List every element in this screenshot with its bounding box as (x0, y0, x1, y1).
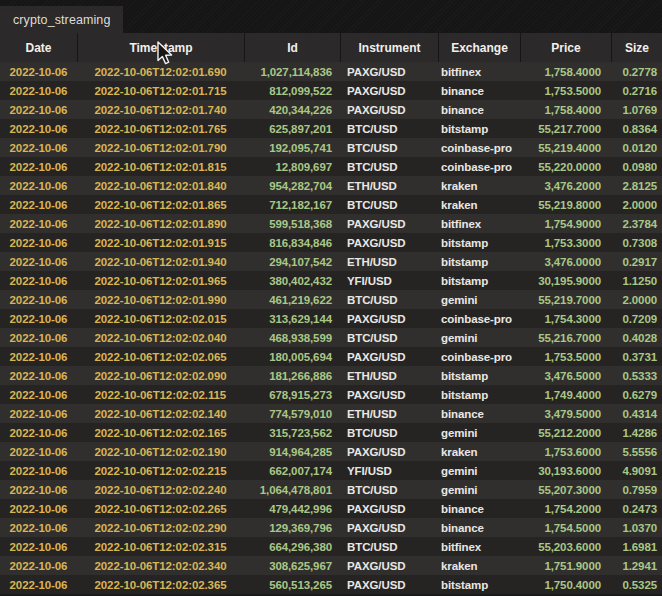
table-row[interactable]: 2022-10-062022-10-06T12:02:01.81512,809,… (0, 157, 662, 176)
table-body: 2022-10-062022-10-06T12:02:01.6901,027,1… (0, 62, 662, 594)
cell-size: 2.8125 (611, 176, 662, 195)
table-row[interactable]: 2022-10-062022-10-06T12:02:01.6901,027,1… (0, 62, 662, 81)
column-header-id[interactable]: Id (244, 33, 340, 62)
crypto-streaming-window: crypto_streaming Date Timestamp Id Instr… (0, 0, 662, 596)
cell-id: 180,005,694 (244, 347, 340, 366)
cell-timestamp: 2022-10-06T12:02:01.815 (77, 157, 244, 176)
cell-id: 662,007,174 (244, 461, 340, 480)
cell-exchange: bitstamp (438, 252, 520, 271)
table-row[interactable]: 2022-10-062022-10-06T12:02:02.2401,064,4… (0, 480, 662, 499)
table-row[interactable]: 2022-10-062022-10-06T12:02:01.765625,897… (0, 119, 662, 138)
cell-date: 2022-10-06 (0, 252, 77, 271)
table-row[interactable]: 2022-10-062022-10-06T12:02:02.365560,513… (0, 575, 662, 594)
table-header-row: Date Timestamp Id Instrument Exchange Pr… (0, 33, 662, 62)
cell-exchange: binance (438, 100, 520, 119)
table-row[interactable]: 2022-10-062022-10-06T12:02:02.340308,625… (0, 556, 662, 575)
cell-instrument: YFI/USD (340, 271, 438, 290)
cell-price: 55,219.8000 (520, 195, 611, 214)
cell-timestamp: 2022-10-06T12:02:01.765 (77, 119, 244, 138)
cell-date: 2022-10-06 (0, 271, 77, 290)
table-row[interactable]: 2022-10-062022-10-06T12:02:01.890599,518… (0, 214, 662, 233)
cell-size: 0.8364 (611, 119, 662, 138)
table-row[interactable]: 2022-10-062022-10-06T12:02:01.790192,095… (0, 138, 662, 157)
cell-id: 380,402,432 (244, 271, 340, 290)
cell-date: 2022-10-06 (0, 480, 77, 499)
column-header-timestamp[interactable]: Timestamp (77, 33, 244, 62)
table-row[interactable]: 2022-10-062022-10-06T12:02:02.040468,938… (0, 328, 662, 347)
table-row[interactable]: 2022-10-062022-10-06T12:02:01.965380,402… (0, 271, 662, 290)
cell-timestamp: 2022-10-06T12:02:01.865 (77, 195, 244, 214)
cell-date: 2022-10-06 (0, 214, 77, 233)
cell-date: 2022-10-06 (0, 328, 77, 347)
table-row[interactable]: 2022-10-062022-10-06T12:02:02.290129,369… (0, 518, 662, 537)
table-row[interactable]: 2022-10-062022-10-06T12:02:01.865712,182… (0, 195, 662, 214)
table-row[interactable]: 2022-10-062022-10-06T12:02:02.115678,915… (0, 385, 662, 404)
column-header-size[interactable]: Size (611, 33, 662, 62)
cell-timestamp: 2022-10-06T12:02:02.065 (77, 347, 244, 366)
column-header-date[interactable]: Date (0, 33, 77, 62)
table-row[interactable]: 2022-10-062022-10-06T12:02:01.715812,099… (0, 81, 662, 100)
cell-size: 0.0980 (611, 157, 662, 176)
cell-date: 2022-10-06 (0, 157, 77, 176)
cell-exchange: coinbase-pro (438, 157, 520, 176)
cell-price: 55,220.0000 (520, 157, 611, 176)
cell-timestamp: 2022-10-06T12:02:01.790 (77, 138, 244, 157)
cell-id: 560,513,265 (244, 575, 340, 594)
table-row[interactable]: 2022-10-062022-10-06T12:02:02.165315,723… (0, 423, 662, 442)
cell-timestamp: 2022-10-06T12:02:02.015 (77, 309, 244, 328)
cell-date: 2022-10-06 (0, 309, 77, 328)
cell-date: 2022-10-06 (0, 518, 77, 537)
cell-instrument: PAXG/USD (340, 81, 438, 100)
cell-id: 129,369,796 (244, 518, 340, 537)
column-header-exchange[interactable]: Exchange (438, 33, 520, 62)
table-row[interactable]: 2022-10-062022-10-06T12:02:02.015313,629… (0, 309, 662, 328)
table-row[interactable]: 2022-10-062022-10-06T12:02:02.315664,296… (0, 537, 662, 556)
table-row[interactable]: 2022-10-062022-10-06T12:02:01.915816,834… (0, 233, 662, 252)
table-row[interactable]: 2022-10-062022-10-06T12:02:02.140774,579… (0, 404, 662, 423)
cell-exchange: bitstamp (438, 233, 520, 252)
cell-price: 55,217.7000 (520, 119, 611, 138)
table-row[interactable]: 2022-10-062022-10-06T12:02:01.740420,344… (0, 100, 662, 119)
table-row[interactable]: 2022-10-062022-10-06T12:02:01.840954,282… (0, 176, 662, 195)
cell-instrument: ETH/USD (340, 252, 438, 271)
cell-id: 914,964,285 (244, 442, 340, 461)
column-header-price[interactable]: Price (520, 33, 611, 62)
data-table: Date Timestamp Id Instrument Exchange Pr… (0, 33, 662, 594)
cell-size: 1.2941 (611, 556, 662, 575)
tab-crypto-streaming[interactable]: crypto_streaming (0, 6, 123, 33)
table-row[interactable]: 2022-10-062022-10-06T12:02:02.065180,005… (0, 347, 662, 366)
cell-timestamp: 2022-10-06T12:02:02.090 (77, 366, 244, 385)
cell-size: 0.2778 (611, 62, 662, 81)
cell-exchange: gemini (438, 480, 520, 499)
table-row[interactable]: 2022-10-062022-10-06T12:02:01.940294,107… (0, 252, 662, 271)
cell-date: 2022-10-06 (0, 138, 77, 157)
cell-instrument: ETH/USD (340, 404, 438, 423)
cell-date: 2022-10-06 (0, 366, 77, 385)
cell-timestamp: 2022-10-06T12:02:01.940 (77, 252, 244, 271)
cell-date: 2022-10-06 (0, 347, 77, 366)
cell-date: 2022-10-06 (0, 176, 77, 195)
cell-instrument: BTC/USD (340, 290, 438, 309)
cell-date: 2022-10-06 (0, 404, 77, 423)
cell-date: 2022-10-06 (0, 81, 77, 100)
cell-id: 774,579,010 (244, 404, 340, 423)
table-row[interactable]: 2022-10-062022-10-06T12:02:02.090181,266… (0, 366, 662, 385)
cell-exchange: binance (438, 404, 520, 423)
table-row[interactable]: 2022-10-062022-10-06T12:02:02.215662,007… (0, 461, 662, 480)
cell-date: 2022-10-06 (0, 100, 77, 119)
cell-price: 1,758.4000 (520, 100, 611, 119)
cell-timestamp: 2022-10-06T12:02:02.265 (77, 499, 244, 518)
cell-date: 2022-10-06 (0, 233, 77, 252)
column-header-instrument[interactable]: Instrument (340, 33, 438, 62)
table-row[interactable]: 2022-10-062022-10-06T12:02:01.990461,219… (0, 290, 662, 309)
cell-size: 0.2716 (611, 81, 662, 100)
cell-date: 2022-10-06 (0, 290, 77, 309)
cell-instrument: PAXG/USD (340, 214, 438, 233)
cell-id: 294,107,542 (244, 252, 340, 271)
cell-price: 1,754.9000 (520, 214, 611, 233)
cell-price: 1,749.4000 (520, 385, 611, 404)
cell-size: 1.1250 (611, 271, 662, 290)
table-row[interactable]: 2022-10-062022-10-06T12:02:02.190914,964… (0, 442, 662, 461)
cell-date: 2022-10-06 (0, 119, 77, 138)
table-row[interactable]: 2022-10-062022-10-06T12:02:02.265479,442… (0, 499, 662, 518)
